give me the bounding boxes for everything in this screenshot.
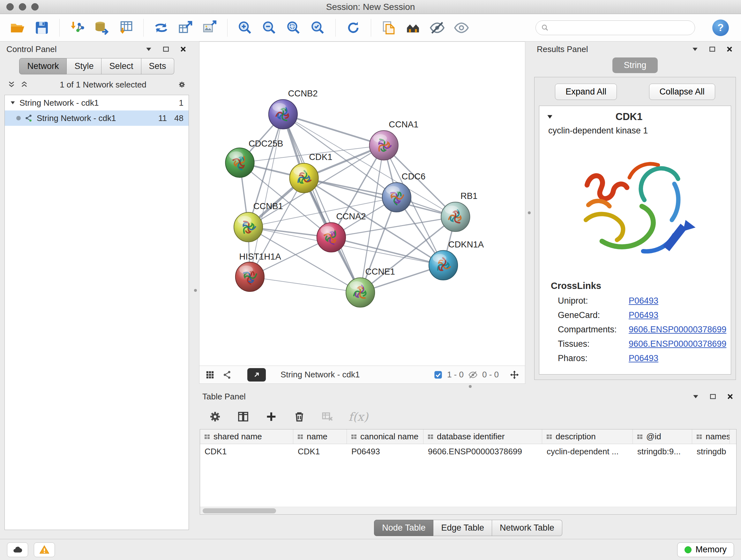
results-panel-header: Results Panel xyxy=(534,42,736,57)
results-panel-title: Results Panel xyxy=(537,44,588,54)
panel-collapse-button[interactable] xyxy=(691,45,699,53)
share-icon xyxy=(222,370,232,380)
zoom-selected-button[interactable] xyxy=(308,18,328,38)
tab-edge-table[interactable]: Edge Table xyxy=(433,520,492,536)
selected-checkbox-icon[interactable] xyxy=(434,370,443,379)
tab-node-table[interactable]: Node Table xyxy=(374,520,433,536)
import-network-database-button[interactable] xyxy=(91,18,111,38)
column-header-description[interactable]: description xyxy=(542,429,633,444)
zoom-fit-button[interactable] xyxy=(284,18,304,38)
zoom-in-icon xyxy=(237,20,253,36)
expand-all-button[interactable]: Expand All xyxy=(555,84,617,100)
pan-mode-button[interactable] xyxy=(509,369,520,380)
export-view-button[interactable] xyxy=(247,368,266,381)
panel-float-button[interactable] xyxy=(709,393,717,400)
search-input[interactable] xyxy=(552,23,690,33)
delete-column-button[interactable] xyxy=(292,410,307,424)
help-button[interactable]: ? xyxy=(712,19,729,36)
horizontal-scrollbar[interactable] xyxy=(200,507,736,514)
column-header-namespac[interactable]: namespac xyxy=(692,429,730,444)
birdseye-view-button[interactable] xyxy=(205,369,215,380)
show-elements-button[interactable] xyxy=(452,18,471,38)
network-options-gear-button[interactable] xyxy=(178,81,186,88)
houses-icon xyxy=(405,20,421,36)
tab-sets[interactable]: Sets xyxy=(141,58,174,74)
collapse-all-button[interactable] xyxy=(8,81,15,88)
layout-arrows-button[interactable] xyxy=(151,18,171,38)
network-share-icon xyxy=(24,114,33,122)
zoom-in-button[interactable] xyxy=(235,18,255,38)
crosslink-link[interactable]: 9606.ENSP00000378699 xyxy=(629,339,726,349)
memory-button[interactable]: Memory xyxy=(677,543,734,557)
scrollbar-thumb[interactable] xyxy=(203,508,276,513)
control-panel-header: Control Panel xyxy=(4,42,190,57)
window-close-button[interactable] xyxy=(6,3,14,10)
hidden-eye-slash-icon[interactable] xyxy=(468,370,478,380)
import-network-file-button[interactable] xyxy=(67,18,87,38)
arrow-up-right-icon xyxy=(253,371,261,379)
canvas-results-splitter[interactable] xyxy=(525,42,533,384)
open-session-button[interactable] xyxy=(8,18,27,38)
crosslink-link[interactable]: 9606.ENSP00000378699 xyxy=(629,325,726,334)
horizontal-splitter[interactable] xyxy=(199,384,741,389)
network-canvas[interactable]: CCNB2CCNA1CDC25BCDK1CDC6RB1CCNB1CCNA2CDK… xyxy=(199,42,525,366)
cloud-status-button[interactable] xyxy=(7,543,28,557)
expand-all-button[interactable] xyxy=(20,81,28,88)
selected-counts: 1 - 0 xyxy=(447,370,464,380)
network-overview-button[interactable] xyxy=(222,369,232,380)
section-disclosure-triangle-icon[interactable] xyxy=(546,113,553,120)
tab-network[interactable]: Network xyxy=(19,58,67,74)
panel-close-button[interactable] xyxy=(726,393,734,400)
panel-float-button[interactable] xyxy=(709,45,716,53)
export-image-button[interactable] xyxy=(200,18,219,38)
tab-style[interactable]: Style xyxy=(67,58,102,74)
home-views-button[interactable] xyxy=(403,18,423,38)
toolbar-separator xyxy=(335,19,336,37)
column-header-canonical-name[interactable]: canonical name xyxy=(347,429,423,444)
refresh-button[interactable] xyxy=(343,18,363,38)
network-edge[interactable] xyxy=(283,114,384,145)
collapse-all-button[interactable]: Collapse All xyxy=(649,84,715,100)
crosslink-link[interactable]: P06493 xyxy=(629,354,658,363)
save-session-button[interactable] xyxy=(32,18,52,38)
window-zoom-button[interactable] xyxy=(31,3,39,10)
duplicate-network-button[interactable] xyxy=(379,18,399,38)
export-table-button[interactable] xyxy=(176,18,195,38)
panel-collapse-button[interactable] xyxy=(145,45,152,53)
create-column-button[interactable] xyxy=(264,410,278,424)
delete-table-button-disabled[interactable] xyxy=(320,410,334,424)
window-minimize-button[interactable] xyxy=(19,3,26,10)
column-header-shared-name[interactable]: shared name xyxy=(200,429,293,444)
table-settings-gear-button[interactable] xyxy=(208,410,222,424)
panel-close-button[interactable] xyxy=(726,45,733,53)
network-edge[interactable] xyxy=(250,277,360,293)
gear-icon xyxy=(178,80,186,89)
panel-collapse-button[interactable] xyxy=(692,393,699,400)
protein-structure-image xyxy=(568,140,702,274)
network-row-selected[interactable]: String Network - cdk1 11 48 xyxy=(5,111,189,126)
hide-elements-button[interactable] xyxy=(427,18,447,38)
zoom-out-button[interactable] xyxy=(259,18,279,38)
table-row[interactable]: CDK1CDK1P064939606.ENSP00000378699cyclin… xyxy=(200,444,736,459)
column-header--id[interactable]: @id xyxy=(633,429,692,444)
panel-float-button[interactable] xyxy=(162,45,170,53)
results-tab-string[interactable]: String xyxy=(612,57,658,73)
network-collection-row[interactable]: String Network - cdk1 1 xyxy=(5,95,189,111)
panel-close-button[interactable] xyxy=(179,45,187,53)
network-node-label: CCNB1 xyxy=(253,201,283,211)
left-splitter[interactable] xyxy=(192,42,199,539)
crosslink-link[interactable]: P06493 xyxy=(629,310,658,320)
column-header-name[interactable]: name xyxy=(293,429,347,444)
tab-select[interactable]: Select xyxy=(102,58,141,74)
tab-network-table[interactable]: Network Table xyxy=(492,520,562,536)
network-collection-count: 1 xyxy=(171,98,184,108)
show-columns-button[interactable] xyxy=(236,410,250,424)
crosslink-label: Compartments: xyxy=(558,325,629,334)
crosslink-link[interactable]: P06493 xyxy=(629,296,658,306)
warnings-button[interactable] xyxy=(34,543,55,557)
function-builder-button-disabled[interactable]: f(x) xyxy=(348,410,368,424)
column-header-database-identifier[interactable]: database identifier xyxy=(423,429,542,444)
network-edge[interactable] xyxy=(283,114,360,293)
eye-slash-icon xyxy=(429,20,445,36)
import-table-button[interactable] xyxy=(116,18,136,38)
